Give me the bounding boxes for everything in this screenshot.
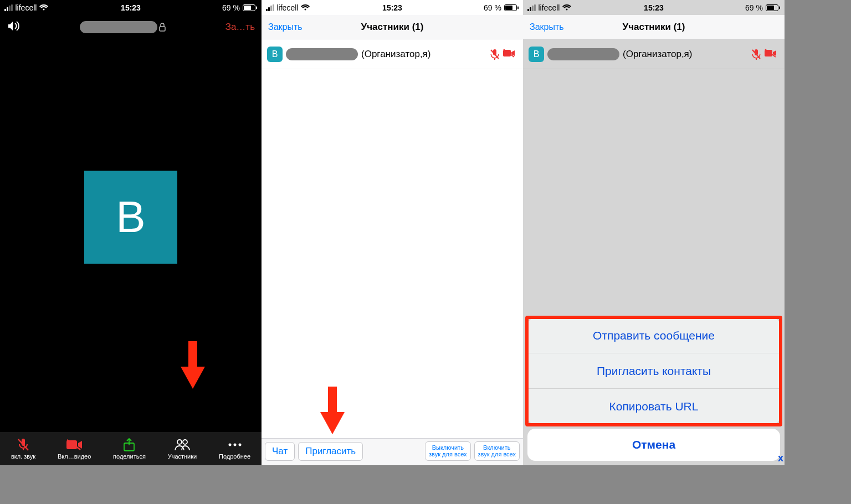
cancel-button[interactable]: Отмена: [527, 429, 780, 461]
wifi-icon: [301, 4, 310, 11]
svg-rect-23: [767, 6, 774, 10]
end-call-button[interactable]: За…ть: [225, 22, 255, 33]
mic-muted-icon: [490, 49, 500, 60]
svg-point-11: [228, 444, 231, 446]
svg-rect-15: [505, 6, 512, 10]
participants-button[interactable]: Участники: [168, 438, 197, 460]
camera-off-icon: [503, 49, 515, 58]
speaker-icon[interactable]: [7, 20, 21, 34]
battery-icon: [504, 4, 519, 11]
svg-rect-2: [256, 6, 257, 9]
call-navbar: За…ть: [0, 15, 262, 39]
status-bar: lifecell 15:23 69 %: [523, 0, 785, 15]
camera-off-icon: [66, 438, 83, 452]
svg-point-12: [233, 444, 236, 446]
toggle-video-button[interactable]: Вкл…видео: [58, 438, 91, 460]
invite-button[interactable]: Пригласить: [298, 442, 363, 461]
camera-off-icon: [765, 49, 777, 58]
svg-point-10: [183, 440, 187, 444]
meeting-name-redacted: [80, 21, 157, 33]
battery-label: 69 %: [222, 3, 240, 12]
chat-button[interactable]: Чат: [265, 442, 295, 461]
call-toolbar: вкл. звук Вкл…видео поделиться Участники…: [0, 432, 262, 465]
screen-invite-sheet: lifecell 15:23 69 % Закрыть Участники (1…: [523, 0, 785, 465]
participant-role: (Организатор,я): [623, 49, 692, 60]
mute-all-button[interactable]: Выключить звук для всех: [425, 441, 470, 461]
unmute-all-button[interactable]: Включить звук для всех: [474, 441, 520, 461]
more-button[interactable]: Подробнее: [219, 438, 250, 460]
arrow-annotation: [181, 341, 205, 389]
participant-row[interactable]: В (Организатор,я): [262, 39, 523, 69]
carrier-label: lifecell: [277, 3, 299, 12]
participants-icon: [174, 438, 191, 452]
battery-label: 69 %: [745, 3, 763, 12]
more-icon: [227, 438, 243, 452]
battery-icon: [243, 4, 257, 11]
wifi-icon: [562, 4, 571, 11]
svg-rect-16: [517, 6, 519, 9]
carrier-label: lifecell: [539, 3, 560, 12]
svg-rect-24: [779, 6, 780, 9]
battery-label: 69 %: [484, 3, 501, 12]
call-body: В: [0, 39, 262, 432]
svg-rect-1: [244, 6, 251, 10]
share-icon: [122, 438, 136, 452]
share-button[interactable]: поделиться: [113, 438, 146, 460]
status-bar: lifecell 15:23 69 %: [0, 0, 262, 15]
screen-participants: lifecell 15:23 69 % Закрыть Участники (1…: [262, 0, 523, 465]
svg-point-9: [177, 440, 182, 444]
mic-muted-icon: [17, 438, 30, 452]
action-sheet-group: Отправить сообщение Пригласить контакты …: [527, 318, 780, 424]
mic-muted-icon: [751, 49, 761, 60]
participant-avatar: В: [529, 47, 544, 62]
carrier-label: lifecell: [16, 3, 37, 12]
svg-rect-6: [66, 440, 77, 449]
close-button[interactable]: Закрыть: [530, 22, 564, 32]
lock-icon: [158, 22, 166, 32]
copy-url-option[interactable]: Копировать URL: [527, 389, 780, 424]
status-bar: lifecell 15:23 69 %: [262, 0, 523, 15]
action-sheet: Отправить сообщение Пригласить контакты …: [523, 313, 785, 465]
wifi-icon: [39, 4, 48, 11]
participant-name-redacted: [547, 48, 619, 60]
battery-icon: [766, 4, 780, 11]
send-message-option[interactable]: Отправить сообщение: [527, 318, 780, 353]
participant-row[interactable]: В (Организатор,я): [523, 39, 785, 69]
signal-icon: [4, 4, 13, 11]
participants-toolbar: Чат Пригласить Выключить звук для всех В…: [262, 438, 523, 465]
participants-navbar: Закрыть Участники (1): [262, 15, 523, 39]
svg-rect-3: [160, 27, 165, 31]
participant-name-redacted: [286, 48, 358, 60]
participant-role: (Организатор,я): [361, 49, 430, 60]
svg-rect-21: [328, 387, 337, 413]
signal-icon: [527, 4, 536, 11]
participant-avatar: В: [267, 47, 283, 62]
screen-call: lifecell 15:23 69 % За…ть В вкл. звук: [0, 0, 262, 465]
toggle-audio-button[interactable]: вкл. звук: [11, 438, 35, 460]
participants-navbar: Закрыть Участники (1): [523, 15, 785, 39]
svg-point-13: [238, 444, 241, 446]
arrow-annotation: [320, 387, 345, 434]
svg-rect-4: [188, 341, 197, 368]
invite-contacts-option[interactable]: Пригласить контакты: [527, 353, 780, 389]
stray-x: x: [778, 452, 783, 464]
close-button[interactable]: Закрыть: [268, 22, 303, 32]
signal-icon: [266, 4, 274, 11]
avatar: В: [84, 171, 177, 264]
